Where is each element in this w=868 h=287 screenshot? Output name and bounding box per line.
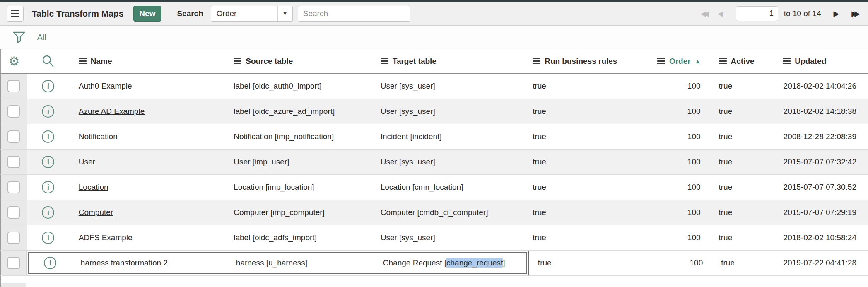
- column-menu-icon[interactable]: [533, 58, 540, 64]
- row-checkbox[interactable]: [7, 105, 20, 118]
- order-cell: 100: [639, 99, 710, 124]
- info-icon[interactable]: i: [42, 80, 54, 92]
- record-name-link[interactable]: harness transformation 2: [81, 258, 168, 268]
- column-header-target-table[interactable]: Target table: [371, 49, 523, 73]
- row-checkbox[interactable]: [7, 80, 20, 92]
- column-menu-icon[interactable]: [719, 58, 727, 64]
- info-icon[interactable]: i: [42, 232, 54, 244]
- run-business-rules-cell: true: [523, 175, 639, 200]
- next-row-partial: [1, 283, 26, 287]
- source-table-cell: Computer [imp_computer]: [224, 200, 371, 225]
- row-checkbox[interactable]: [7, 232, 20, 244]
- column-header-row: ⚙ Name Source table Target table Run bus…: [0, 49, 868, 74]
- source-table-cell: Notification [imp_notification]: [224, 124, 371, 149]
- run-business-rules-cell: true: [523, 200, 639, 225]
- info-icon[interactable]: i: [42, 206, 54, 219]
- target-table-cell-editing[interactable]: Change Request [change_request]: [374, 253, 526, 273]
- row-checkbox[interactable]: [7, 130, 20, 143]
- updated-cell: 2008-12-28 22:08:39: [774, 124, 868, 149]
- record-name-link[interactable]: Azure AD Example: [79, 107, 145, 116]
- table-row: i Computer Computer [imp_computer] Compu…: [0, 200, 868, 225]
- active-cell: true: [710, 99, 774, 124]
- order-cell: 100: [643, 251, 712, 275]
- run-business-rules-cell: true: [523, 225, 639, 250]
- updated-cell: 2015-07-07 07:32:42: [774, 150, 868, 174]
- search-column-dropdown[interactable]: Order ▼: [211, 6, 293, 22]
- table-row-selected: i harness transformation 2 harness [u_ha…: [0, 251, 868, 276]
- row-checkbox[interactable]: [7, 181, 20, 193]
- table-row: i ADFS Example label [oidc_adfs_import] …: [0, 225, 868, 251]
- breadcrumb-all-link[interactable]: All: [37, 33, 46, 42]
- gear-icon[interactable]: ⚙: [9, 55, 20, 68]
- list-context-menu-button[interactable]: [7, 6, 24, 22]
- active-cell: true: [710, 124, 774, 149]
- filter-funnel-icon[interactable]: [12, 31, 26, 44]
- search-icon[interactable]: [41, 54, 55, 68]
- table-transform-maps-list: Table Transform Maps New Search Order ▼ …: [0, 0, 868, 287]
- record-name-link[interactable]: Computer: [79, 208, 113, 217]
- chevron-down-icon: ▼: [277, 6, 292, 21]
- previous-page-button[interactable]: ◀: [716, 7, 725, 20]
- first-page-button[interactable]: ◀◀: [699, 7, 710, 20]
- table-row: i Location Location [imp_location] Locat…: [0, 175, 868, 200]
- run-business-rules-cell: true: [523, 150, 639, 174]
- row-checkbox[interactable]: [7, 156, 20, 168]
- sort-ascending-icon: ▲: [695, 58, 701, 65]
- pagination-controls: ◀◀ ◀ to 10 of 14 ▶ ▶▶: [699, 6, 861, 21]
- page-title: Table Transform Maps: [32, 9, 123, 19]
- order-cell: 100: [639, 74, 710, 99]
- source-table-cell: label [oidc_azure_ad_import]: [224, 99, 371, 124]
- active-cell: true: [710, 225, 774, 250]
- target-table-cell: User [sys_user]: [371, 99, 523, 124]
- column-menu-icon[interactable]: [79, 58, 87, 64]
- search-input[interactable]: [298, 6, 410, 22]
- run-business-rules-cell: true: [523, 124, 639, 149]
- column-menu-icon[interactable]: [783, 58, 791, 64]
- record-name-link[interactable]: Notification: [79, 132, 118, 141]
- list-settings-cell: ⚙: [1, 49, 27, 73]
- active-cell: true: [712, 251, 775, 275]
- table-row: i Azure AD Example label [oidc_azure_ad_…: [0, 99, 868, 124]
- new-record-button[interactable]: New: [133, 6, 161, 22]
- column-header-source-table[interactable]: Source table: [224, 49, 371, 73]
- record-name-link[interactable]: Auth0 Example: [79, 82, 132, 91]
- updated-cell: 2018-02-02 14:04:26: [774, 74, 868, 99]
- column-menu-icon[interactable]: [234, 58, 241, 64]
- target-table-cell: User [sys_user]: [371, 225, 523, 250]
- column-header-updated[interactable]: Updated: [774, 49, 868, 73]
- info-icon[interactable]: i: [42, 130, 54, 143]
- updated-cell: 2018-02-02 10:58:24: [774, 225, 868, 250]
- row-checkbox[interactable]: [7, 206, 20, 219]
- column-header-active[interactable]: Active: [710, 49, 774, 73]
- next-page-button[interactable]: ▶: [832, 7, 841, 20]
- column-header-name[interactable]: Name: [70, 49, 224, 73]
- order-cell: 100: [639, 124, 710, 149]
- info-icon[interactable]: i: [42, 156, 54, 168]
- run-business-rules-cell: true: [523, 99, 639, 124]
- info-icon[interactable]: i: [42, 105, 54, 118]
- updated-cell: 2018-02-02 14:18:38: [774, 99, 868, 124]
- active-cell: true: [710, 200, 774, 225]
- pagination-range-text: to 10 of 14: [784, 9, 821, 18]
- page-number-input[interactable]: [736, 6, 778, 21]
- info-icon[interactable]: i: [42, 181, 54, 193]
- updated-cell: 2015-07-07 07:30:52: [774, 175, 868, 200]
- row-checkbox[interactable]: [7, 257, 20, 269]
- column-header-run-business-rules[interactable]: Run business rules: [523, 49, 639, 73]
- updated-cell: 2015-07-07 07:29:19: [774, 200, 868, 225]
- source-table-cell: User [imp_user]: [224, 150, 371, 174]
- active-cell: true: [710, 175, 774, 200]
- table-row: i Auth0 Example label [oidc_auth0_import…: [0, 74, 868, 99]
- record-name-link[interactable]: User: [79, 157, 95, 166]
- last-page-button[interactable]: ▶▶: [850, 7, 861, 20]
- info-icon[interactable]: i: [44, 257, 56, 269]
- column-menu-icon[interactable]: [381, 58, 388, 64]
- record-name-link[interactable]: Location: [79, 183, 108, 192]
- target-table-cell: Location [cmn_location]: [371, 175, 523, 200]
- record-name-link[interactable]: ADFS Example: [79, 233, 133, 242]
- target-table-cell: Incident [incident]: [371, 124, 523, 149]
- column-header-order[interactable]: Order ▲: [639, 49, 710, 73]
- target-table-cell: User [sys_user]: [371, 74, 523, 99]
- column-menu-icon[interactable]: [657, 58, 665, 64]
- focused-row-outline: i harness transformation 2 harness [u_ha…: [27, 251, 529, 275]
